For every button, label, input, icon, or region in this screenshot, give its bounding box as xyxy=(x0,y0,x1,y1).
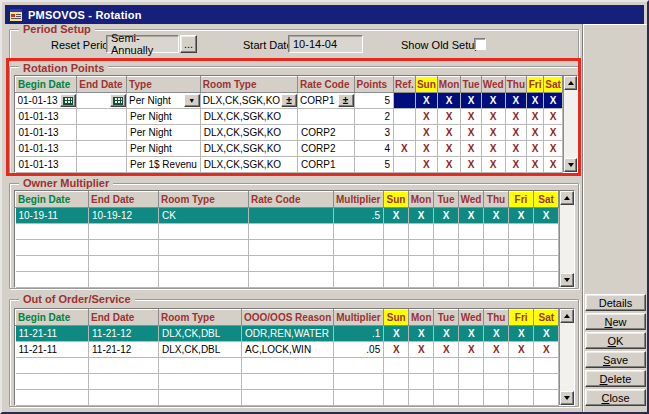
cell-rate-code[interactable]: CORP2 xyxy=(298,141,355,157)
cell-begin-date[interactable]: 01-01-13 xyxy=(16,141,77,157)
combo-dropdown-button[interactable]: ▼ xyxy=(184,94,200,107)
cell-type[interactable]: Per 1$ Revenu xyxy=(127,157,201,173)
cell-sun[interactable]: X xyxy=(415,157,437,173)
cell-type[interactable]: Per Night xyxy=(127,109,201,125)
cell-rate-code[interactable] xyxy=(249,208,334,224)
cell-sat[interactable]: X xyxy=(534,208,559,224)
rotation-scrollbar[interactable] xyxy=(563,76,577,172)
cell-fri[interactable] xyxy=(509,256,534,272)
cell-wed[interactable] xyxy=(459,256,484,272)
cell-ooo-oos-reason[interactable]: AC,LOCK,WIN xyxy=(242,342,334,358)
title-bar[interactable]: PMSOVOS - Rotation xyxy=(5,5,644,24)
cell-mon[interactable] xyxy=(409,240,434,256)
cell-begin-date[interactable] xyxy=(16,374,89,390)
calendar-button[interactable] xyxy=(60,94,76,107)
cell-end-date[interactable]: 11-21-12 xyxy=(89,326,159,342)
scrollbar-track[interactable] xyxy=(564,90,577,158)
cell-fri[interactable] xyxy=(509,390,534,406)
cell-tue[interactable] xyxy=(434,240,459,256)
cell-wed[interactable] xyxy=(459,240,484,256)
scroll-up-button[interactable] xyxy=(560,309,574,323)
cell-begin-date[interactable]: 01-01-13 xyxy=(16,93,77,109)
reset-period-field[interactable]: Semi-Annually xyxy=(106,35,179,53)
cell-wed[interactable] xyxy=(459,358,484,374)
cell-ooo-oos-reason[interactable] xyxy=(242,374,334,390)
cell-begin-date[interactable]: 11-21-11 xyxy=(16,342,89,358)
cell-thu[interactable]: X xyxy=(484,342,509,358)
cell-multiplier[interactable]: .5 xyxy=(334,208,384,224)
cell-thu[interactable]: X xyxy=(505,109,526,125)
cell-tue[interactable] xyxy=(434,272,459,288)
cell-type[interactable]: Per Night▼ xyxy=(127,93,201,109)
details-button[interactable]: Details xyxy=(585,294,646,311)
cell-end-date[interactable] xyxy=(89,272,159,288)
cell-wed[interactable]: X xyxy=(481,93,505,109)
cell-sat[interactable] xyxy=(534,272,559,288)
new-button[interactable]: New xyxy=(585,313,646,330)
cell-begin-date[interactable]: 01-01-13 xyxy=(16,109,77,125)
cell-sun[interactable]: X xyxy=(415,141,437,157)
cell-wed[interactable] xyxy=(459,272,484,288)
reset-period-browse-button[interactable]: ... xyxy=(180,35,197,53)
cell-sat[interactable]: X xyxy=(544,141,563,157)
cell-tue[interactable] xyxy=(434,358,459,374)
cell-mon[interactable]: X xyxy=(437,157,461,173)
cell-ref[interactable] xyxy=(393,93,415,109)
ooo-scrollbar[interactable] xyxy=(559,309,574,405)
cell-thu[interactable] xyxy=(484,256,509,272)
cell-end-date[interactable] xyxy=(89,256,159,272)
cell-rate-code[interactable] xyxy=(249,224,334,240)
cell-room-type[interactable] xyxy=(159,272,249,288)
cell-end-date[interactable] xyxy=(89,374,159,390)
cell-wed[interactable]: X xyxy=(481,157,505,173)
cell-thu[interactable] xyxy=(484,224,509,240)
cell-thu[interactable]: X xyxy=(484,326,509,342)
cell-fri[interactable] xyxy=(509,224,534,240)
cell-multiplier[interactable] xyxy=(334,358,384,374)
cell-room-type[interactable]: DLX,CK,SGK,KO xyxy=(200,109,297,125)
cell-fri[interactable] xyxy=(509,358,534,374)
cell-fri[interactable] xyxy=(509,272,534,288)
cell-end-date[interactable] xyxy=(77,157,127,173)
cell-tue[interactable] xyxy=(434,390,459,406)
cell-room-type[interactable] xyxy=(159,256,249,272)
scroll-down-button[interactable] xyxy=(560,273,574,287)
cell-room-type[interactable]: DLX,CK,SGK,KO xyxy=(200,141,297,157)
cell-end-date[interactable] xyxy=(89,358,159,374)
cell-begin-date[interactable]: 01-01-13 xyxy=(16,125,77,141)
cell-multiplier[interactable] xyxy=(334,256,384,272)
scrollbar-track[interactable] xyxy=(560,205,574,273)
cell-room-type[interactable] xyxy=(159,224,249,240)
cell-multiplier[interactable] xyxy=(334,240,384,256)
cell-begin-date[interactable] xyxy=(16,390,89,406)
cell-begin-date[interactable]: 10-19-11 xyxy=(16,208,89,224)
close-button[interactable]: Close xyxy=(585,389,646,406)
cell-room-type[interactable] xyxy=(159,390,242,406)
cell-sat[interactable] xyxy=(534,358,559,374)
cell-room-type[interactable] xyxy=(159,240,249,256)
cell-tue[interactable] xyxy=(434,224,459,240)
cell-end-date[interactable] xyxy=(89,390,159,406)
cell-ref[interactable] xyxy=(393,109,415,125)
cell-multiplier[interactable] xyxy=(334,224,384,240)
cell-fri[interactable] xyxy=(509,374,534,390)
cell-ooo-oos-reason[interactable] xyxy=(242,390,334,406)
cell-mon[interactable]: X xyxy=(409,342,434,358)
cell-points[interactable]: 5 xyxy=(354,93,393,109)
cell-points[interactable]: 4 xyxy=(354,141,393,157)
cell-fri[interactable]: X xyxy=(509,342,534,358)
cell-ooo-oos-reason[interactable]: ODR,REN,WATER xyxy=(242,326,334,342)
cell-sun[interactable] xyxy=(384,358,409,374)
cell-wed[interactable] xyxy=(459,374,484,390)
cell-mon[interactable]: X xyxy=(409,208,434,224)
cell-room-type[interactable]: DLX,CK,DBL xyxy=(159,326,242,342)
cell-room-type[interactable]: CK xyxy=(159,208,249,224)
show-old-setup-checkbox[interactable] xyxy=(474,38,486,50)
cell-type[interactable]: Per Night xyxy=(127,125,201,141)
cell-fri[interactable] xyxy=(509,240,534,256)
cell-room-type[interactable]: DLX,CK,SGK,KO xyxy=(200,125,297,141)
cell-ref[interactable]: X xyxy=(393,141,415,157)
cell-ref[interactable] xyxy=(393,157,415,173)
cell-wed[interactable]: X xyxy=(459,342,484,358)
cell-multiplier[interactable] xyxy=(334,272,384,288)
